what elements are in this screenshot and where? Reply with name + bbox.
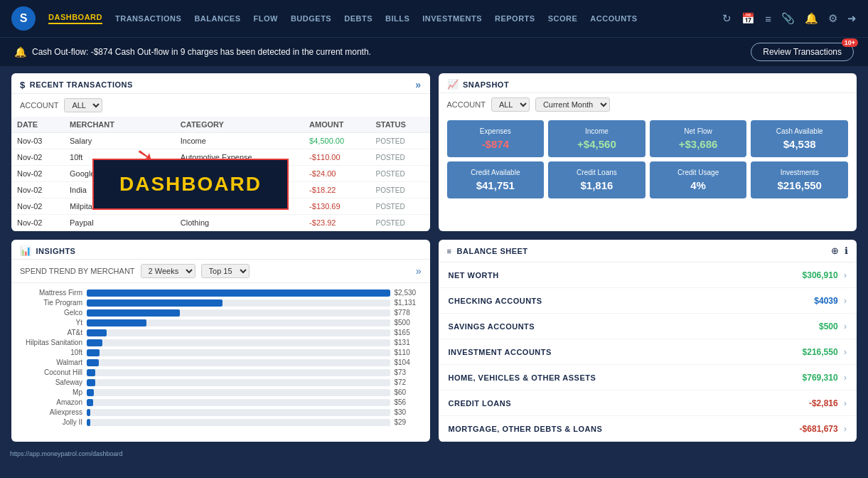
bar-name: Gelco — [20, 309, 82, 317]
bar-row: Safeway $72 — [20, 378, 422, 386]
bell-icon[interactable]: 🔔 — [805, 12, 818, 25]
col-date: DATE — [11, 117, 64, 133]
add-icon[interactable]: ⊕ — [831, 245, 839, 256]
nav-investments[interactable]: INVESTMENTS — [422, 14, 482, 23]
table-row[interactable]: Nov-03 Salary Income $4,500.00 POSTED — [11, 133, 430, 149]
bar-value: $56 — [395, 398, 422, 406]
nav-bills[interactable]: BILLS — [385, 14, 409, 23]
bar-name: Mattress Firm — [20, 289, 82, 297]
nav-icons: ↻ 📅 ≡ 📎 🔔 ⚙ ➜ — [722, 12, 857, 25]
balance-sheet-row[interactable]: INVESTMENT ACCOUNTS $216,550 › — [439, 339, 857, 365]
bar-name: Hilpitas Sanitation — [20, 339, 82, 346]
cell-amount: -$23.92 — [304, 215, 370, 231]
bar-row: Hilpitas Sanitation $131 — [20, 339, 422, 346]
snapshot-card: Net Flow +$3,686 — [650, 120, 747, 157]
recent-transactions-header: $ RECENT TRANSACTIONS » — [11, 73, 430, 94]
bar-name: Coconut Hill — [20, 368, 82, 376]
table-row[interactable]: Nov-02 Paypal Clothing -$23.92 POSTED — [11, 215, 430, 231]
snapshot-title: SNAPSHOT — [463, 80, 509, 89]
bar-track — [87, 309, 390, 317]
calendar-icon[interactable]: 📅 — [741, 12, 755, 25]
snap-period-select[interactable]: Current Month — [535, 97, 610, 112]
bar-row: Coconut Hill $73 — [20, 368, 422, 376]
snap-card-label: Investments — [756, 169, 842, 176]
cell-status: POSTED — [370, 133, 430, 149]
balance-sheet-row[interactable]: CHECKING ACCOUNTS $4039 › — [439, 288, 857, 314]
bs-chevron-icon[interactable]: › — [844, 295, 847, 306]
bs-chevron-icon[interactable]: › — [844, 398, 847, 408]
bar-fill — [87, 290, 390, 297]
nav-accounts[interactable]: ACCOUNTS — [590, 14, 637, 23]
snap-account-select[interactable]: ALL — [491, 97, 530, 112]
bar-value: $30 — [395, 408, 422, 416]
bar-name: Yt — [20, 319, 82, 326]
bs-chevron-icon[interactable]: › — [844, 346, 847, 357]
list-icon[interactable]: ≡ — [765, 13, 771, 25]
bar-row: Yt $500 — [20, 319, 422, 326]
nav-transactions[interactable]: TRANSACTIONS — [115, 14, 181, 23]
bs-row-label: CREDIT LOANS — [449, 399, 809, 408]
bar-fill — [87, 369, 95, 376]
bs-row-label: CHECKING ACCOUNTS — [449, 297, 815, 305]
balance-sheet-row[interactable]: CREDIT LOANS -$2,816 › — [439, 391, 857, 416]
insights-panel: 📊 INSIGHTS SPEND TREND BY MERCHANT 2 Wee… — [11, 240, 430, 442]
balance-sheet-row[interactable]: HOME, VEHICLES & OTHER ASSETS $769,310 › — [439, 365, 857, 391]
balance-sheet-row[interactable]: NET WORTH $306,910 › — [439, 262, 857, 288]
bar-fill — [87, 299, 223, 307]
balance-sheet-row[interactable]: MORTGAGE, OTHER DEBTS & LOANS -$681,673 … — [439, 416, 857, 442]
bar-row: Walmart $104 — [20, 358, 422, 366]
alert-text-content: Cash Out-flow: -$874 Cash Out-flow in 9 … — [32, 47, 371, 57]
paperclip-icon[interactable]: 📎 — [781, 12, 795, 25]
cell-amount: -$18.22 — [304, 182, 370, 198]
snap-account-label: ACCOUNT — [447, 100, 486, 109]
bar-fill — [87, 319, 146, 326]
bs-row-value: -$2,816 — [809, 398, 838, 408]
bar-row: Mp $60 — [20, 388, 422, 396]
balance-sheet-row[interactable]: SAVINGS ACCOUNTS $500 › — [439, 314, 857, 339]
nav-budgets[interactable]: BUDGETS — [291, 14, 331, 23]
cell-merchant: Salary — [64, 133, 175, 149]
refresh-icon[interactable]: ↻ — [722, 12, 732, 25]
bar-track — [87, 329, 390, 336]
bar-value: $104 — [395, 358, 422, 366]
period-select[interactable]: 2 Weeks — [141, 264, 195, 278]
bar-name: Amazon — [20, 398, 82, 406]
bar-track — [87, 339, 390, 346]
top-select[interactable]: Top 15 — [201, 264, 250, 278]
review-badge: 10+ — [842, 38, 858, 47]
snap-card-label: Credit Usage — [655, 169, 741, 176]
nav-balances[interactable]: BALANCES — [194, 14, 240, 23]
bs-chevron-icon[interactable]: › — [844, 270, 847, 280]
bs-row-label: INVESTMENT ACCOUNTS — [449, 348, 803, 356]
review-transactions-button[interactable]: Review Transactions — [751, 43, 854, 61]
info-icon[interactable]: ℹ — [845, 245, 848, 256]
expand-icon[interactable]: » — [415, 79, 421, 90]
nav-score[interactable]: SCORE — [548, 14, 578, 23]
bar-value: $60 — [395, 388, 422, 396]
bar-track — [87, 299, 390, 307]
cell-status: POSTED — [370, 198, 430, 215]
logout-icon[interactable]: ➜ — [847, 12, 857, 25]
cell-category: Income — [175, 133, 304, 149]
nav-debts[interactable]: DEBTS — [344, 14, 373, 23]
bs-chevron-icon[interactable]: › — [844, 321, 847, 331]
gear-icon[interactable]: ⚙ — [828, 12, 837, 25]
snap-card-label: Net Flow — [655, 127, 741, 135]
snapshot-header: 📈 SNAPSHOT — [439, 73, 857, 93]
bar-value: $131 — [395, 339, 422, 346]
cell-category: Clothing — [175, 215, 304, 231]
bar-track — [87, 409, 390, 416]
snapshot-card: Credit Usage 4% — [650, 161, 747, 198]
bar-fill — [87, 349, 100, 356]
bs-chevron-icon[interactable]: › — [844, 372, 847, 383]
nav-reports[interactable]: REPORTS — [495, 14, 535, 23]
account-select[interactable]: ALL — [64, 98, 102, 112]
bs-chevron-icon[interactable]: › — [844, 423, 847, 434]
bar-track — [87, 349, 390, 356]
bar-value: $110 — [395, 349, 422, 356]
nav-flow[interactable]: FLOW — [254, 14, 278, 23]
bar-fill — [87, 379, 95, 386]
insights-expand-icon[interactable]: » — [416, 265, 422, 277]
bar-name: Aliexpress — [20, 408, 82, 416]
nav-dashboard[interactable]: DASHBOARD — [48, 13, 102, 24]
